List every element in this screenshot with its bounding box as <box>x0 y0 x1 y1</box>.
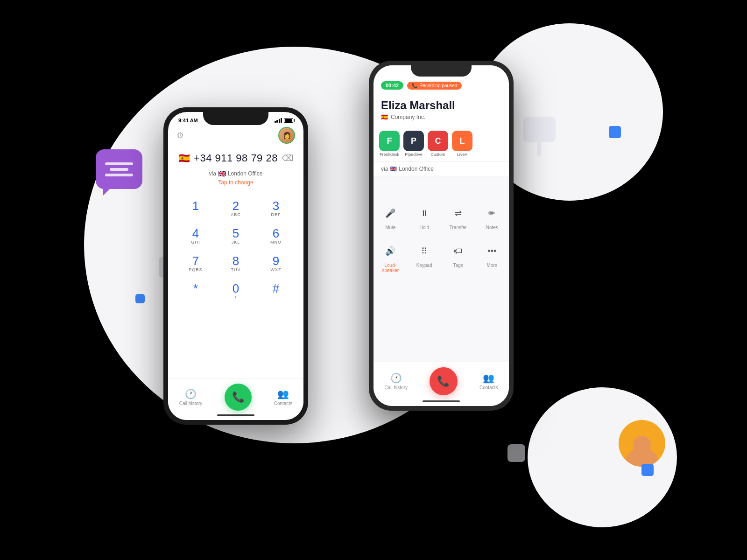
avatar-body <box>626 447 658 467</box>
freshdesk-label: Freshdesk <box>380 152 399 157</box>
dialed-number: +34 911 98 79 28 <box>194 152 278 164</box>
loudspeaker-icon: 🔊 <box>381 241 400 261</box>
call-button[interactable]: 📞 <box>225 384 252 411</box>
status-icons <box>275 118 294 123</box>
call-timer: 00:42 <box>381 81 403 90</box>
phone2-uk-flag: 🇬🇧 <box>390 166 397 172</box>
tags-label: Tags <box>453 263 463 268</box>
integration-custom[interactable]: C Custom <box>428 131 448 157</box>
connector-stem <box>537 142 541 156</box>
dial-key-4[interactable]: 4 GHI <box>176 223 216 250</box>
transfer-button[interactable]: ⇌ Transfer <box>441 200 475 234</box>
more-label: More <box>486 263 497 268</box>
signal-icon <box>275 118 282 123</box>
uk-flag: 🇬🇧 <box>218 170 226 177</box>
tags-button[interactable]: 🏷 Tags <box>441 238 475 277</box>
chat-line-3 <box>105 174 133 176</box>
dial-key-5[interactable]: 5 JKL <box>216 223 256 250</box>
contact-name: Eliza Marshall <box>374 95 509 113</box>
office-name: London Office <box>228 170 263 177</box>
mute-button[interactable]: 🎤 Mute <box>374 200 408 234</box>
mute-icon: 🎤 <box>381 203 400 223</box>
end-call-button[interactable]: 📞 <box>430 367 458 395</box>
loudspeaker-label: Loud-speaker <box>382 263 399 273</box>
nav-call-history[interactable]: 🕐 Call history <box>179 388 202 406</box>
dial-key-hash[interactable]: # <box>256 278 296 305</box>
chat-bubble-decoration <box>96 149 142 189</box>
phone2-via-office: via 🇬🇧 London Office <box>374 162 509 176</box>
delete-button[interactable]: ⌫ <box>282 153 293 163</box>
home-indicator-2 <box>423 400 460 402</box>
avatar: 👩 <box>278 127 295 144</box>
phone-dialer-screen: 9:41 AM ⚙ <box>168 112 303 420</box>
phone1-bottom-nav: 🕐 Call history 📞 👥 Contacts <box>168 378 303 420</box>
dial-key-3[interactable]: 3 DEF <box>256 195 296 223</box>
notes-icon: ✏ <box>482 203 502 223</box>
dial-key-6[interactable]: 6 MNO <box>256 223 296 250</box>
contacts-icon: 👥 <box>277 388 289 399</box>
custom-label: Custom <box>430 152 445 157</box>
pipedrive-label: Pipedrive <box>405 152 423 157</box>
notes-button[interactable]: ✏ Notes <box>475 200 509 234</box>
call-controls: 🎤 Mute ⏸ Hold ⇌ Transfer ✏ <box>374 190 509 282</box>
phone2-nav-contacts[interactable]: 👥 Contacts <box>479 372 498 390</box>
dial-key-7[interactable]: 7 PQRS <box>176 250 216 278</box>
connector-box <box>523 117 556 142</box>
dial-key-2[interactable]: 2 ABC <box>216 195 256 223</box>
phone-active-call: 00:42 📞 Recording paused Eliza Marshall … <box>369 61 514 411</box>
dial-key-1[interactable]: 1 <box>176 195 216 223</box>
integration-live[interactable]: L LiveA <box>452 131 472 157</box>
dial-key-9[interactable]: 9 WXZ <box>256 250 296 278</box>
contact-company: 🇪🇸 Company Inc. <box>374 113 509 124</box>
status-time: 9:41 AM <box>178 118 198 123</box>
mute-label: Mute <box>385 225 395 230</box>
integration-pipedrive[interactable]: P Pipedrive <box>403 131 424 157</box>
end-call-icon: 📞 <box>437 375 450 387</box>
nav-contacts[interactable]: 👥 Contacts <box>274 388 292 406</box>
dial-key-0[interactable]: 0 + <box>216 278 256 305</box>
phone2-contacts-label: Contacts <box>479 385 498 390</box>
call-icon: 📞 <box>232 391 245 403</box>
controls-row-1: 🎤 Mute ⏸ Hold ⇌ Transfer ✏ <box>374 198 509 236</box>
phone1-notch <box>203 112 268 125</box>
more-button[interactable]: ••• More <box>475 238 509 277</box>
settings-icon[interactable]: ⚙ <box>176 130 184 140</box>
phones-container: 9:41 AM ⚙ <box>163 61 514 504</box>
phone2-history-icon: 🕐 <box>390 372 402 384</box>
phone2-nav-history[interactable]: 🕐 Call history <box>385 372 408 390</box>
keypad-button[interactable]: ⠿ Keypad <box>408 238 442 277</box>
phone2-contacts-icon: 👥 <box>483 372 494 384</box>
nav-history-label: Call history <box>179 401 202 406</box>
battery-icon <box>284 118 293 123</box>
loudspeaker-button[interactable]: 🔊 Loud-speaker <box>374 238 408 277</box>
phone-active-call-screen: 00:42 📞 Recording paused Eliza Marshall … <box>374 65 509 406</box>
recording-label: Recording paused <box>419 83 457 88</box>
home-indicator-1 <box>217 414 254 416</box>
hold-label: Hold <box>419 225 429 230</box>
live-icon: L <box>452 131 472 151</box>
deco-blue-square-2 <box>641 464 654 476</box>
phone2-office-name: London Office <box>399 166 434 172</box>
dial-key-star[interactable]: * <box>176 278 216 305</box>
tap-to-change[interactable]: Tap to change <box>168 178 303 191</box>
chat-line-2 <box>110 168 128 171</box>
phone2-history-label: Call history <box>385 385 408 390</box>
number-display: 🇪🇸 +34 911 98 79 28 ⌫ <box>168 147 303 169</box>
phone1-header: ⚙ 👩 <box>168 125 303 147</box>
country-flag: 🇪🇸 <box>178 153 190 164</box>
contact-section: Eliza Marshall 🇪🇸 Company Inc. <box>374 95 509 126</box>
integration-freshdesk[interactable]: F Freshdesk <box>379 131 400 157</box>
deco-blue-square-1 <box>609 126 621 138</box>
custom-icon: C <box>428 131 448 151</box>
record-icon: 📞 <box>412 83 417 88</box>
hold-button[interactable]: ⏸ Hold <box>408 200 442 234</box>
keypad-icon: ⠿ <box>415 241 434 261</box>
dialpad: 1 2 ABC 3 DEF 4 GHI <box>168 191 303 309</box>
via-office: via 🇬🇧 London Office <box>168 169 303 178</box>
freshdesk-icon: F <box>379 131 400 151</box>
call-timer-row: 00:42 📞 Recording paused <box>381 81 501 90</box>
history-icon: 🕐 <box>185 388 197 399</box>
scene: 9:41 AM ⚙ <box>47 23 700 537</box>
dial-key-8[interactable]: 8 TUV <box>216 250 256 278</box>
transfer-label: Transfer <box>450 225 467 230</box>
